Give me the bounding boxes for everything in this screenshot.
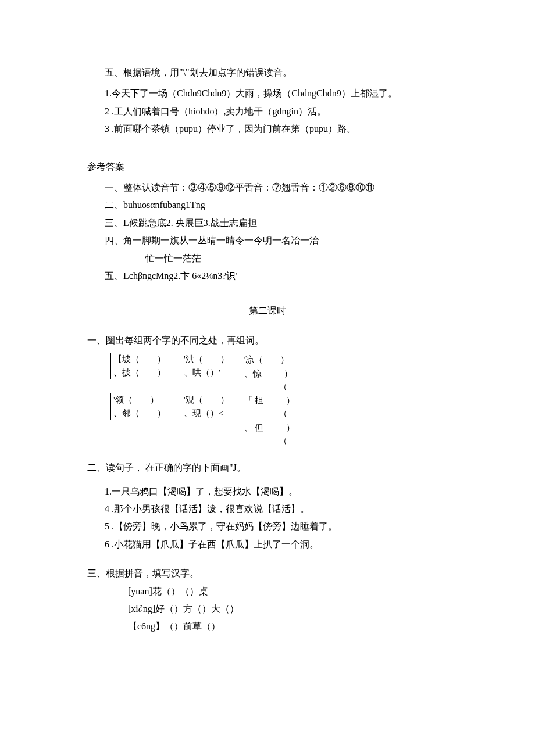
b2-q1: 1.一只乌鸦口【渴喝】了，想要找水【渴喝】。 [87,483,448,500]
pair-6-a-paren: （ [244,407,326,420]
pair-6-a-rparen: ） [266,393,295,407]
lesson-2-title: 第二课时 [87,302,448,320]
pair-1-b: 、披（ ） [113,366,166,379]
section-5-q3: 3 .前面哪个茶镇（pupu）停业了，因为门前在第（pupu）路。 [87,120,448,138]
pair-6-a: 「 担 ） [244,393,326,407]
answer-5: 五、LchβngcMng2.卞 6«2⅛n3?识' [87,267,448,285]
pair-5-b: 、现（）< [184,407,229,420]
pair-3-b: 、惊 ） [244,367,326,381]
pair-2-a: '洪（ ） [184,353,229,366]
b3-q2: [xi∂ng]好（）方（）大（） [87,600,448,618]
b3-title: 三、根据拼音，填写汉字。 [87,565,448,582]
b2-q4: 6 .小花猫用【爪瓜】子在西【爪瓜】上扒了一个洞。 [87,536,448,553]
answer-4b: 忙一忙一茫茫 [87,250,448,267]
answer-1: 一、整体认读音节：③④⑤⑨⑫平舌音：⑦翘舌音：①②⑥⑧⑩⑪ [87,179,448,196]
b2-title: 二、读句子， 在正确的字的下面画"J。 [87,459,448,476]
section-5-q1: 1.今天下了一场（Chdn9Chdn9）大雨，操场（ChdngChdn9）上都湿… [87,85,448,102]
pair-2-b: 、哄（）' [184,366,229,379]
pair-4: '领（ ） 、邻（ ） [110,393,166,420]
pair-6-b-rparen: ） [266,421,295,435]
answer-4: 四、角一脚期一旗从一丛晴一睛令一今明一名冶一治 [87,232,448,249]
pair-6-b-paren: （ [244,435,326,447]
pair-3-a: '凉（ ） [244,353,326,367]
answers-title: 参考答案 [87,158,448,175]
pair-2: '洪（ ） 、哄（）' [181,353,229,379]
section-5-q2: 2 .工人们喊着口号（hiohdo）,卖力地干（gdngin）活。 [87,103,448,120]
b2-q2: 4 .那个小男孩很【话活】泼，很喜欢说【话活】。 [87,500,448,518]
answer-3: 三、L候跳急底2. 央展巨3.战士志扁担 [87,214,448,232]
pair-6-b-text: 、 但 [244,423,264,432]
pair-5-a: '观（ ） [184,393,229,407]
pair-3-b-text: 、惊 [244,369,262,378]
pair-5: '观（ ） 、现（）< [181,393,229,420]
pair-1-a: 【坡（ ） [113,353,166,366]
pair-4-b: 、邻（ ） [113,407,166,420]
answer-2: 二、buhuosαnfubang1Tng [87,196,448,214]
section-5-title: 五、根据语境，用"\"划去加点字的错误读音。 [87,64,448,81]
pair-3-b-paren: （ [244,381,326,393]
pair-6-a-text: 「 担 [244,396,264,405]
pair-4-a: '领（ ） [113,393,166,407]
page-container: 五、根据语境，用"\"划去加点字的错误读音。 1.今天下了一场（Chdn9Chd… [0,0,535,659]
pair-3-b-rparen: ） [263,367,293,381]
b3-q3: 【c6ng】（）前草（） [87,618,448,635]
word-pair-table: 【坡（ ） 、披（ ） '洪（ ） 、哄（）' '凉（ ） 、惊 ） （ [105,353,331,447]
b2-q3: 5 .【傍旁】晚，小鸟累了，守在妈妈【傍旁】边睡着了。 [87,518,448,535]
b3-q1: [yuan]花（）（）桌 [87,583,448,600]
pair-6-b: 、 但 ） [244,421,326,435]
pair-1: 【坡（ ） 、披（ ） [110,353,166,379]
b1-title: 一、圈出每组两个字的不同之处，再组词。 [87,332,448,349]
